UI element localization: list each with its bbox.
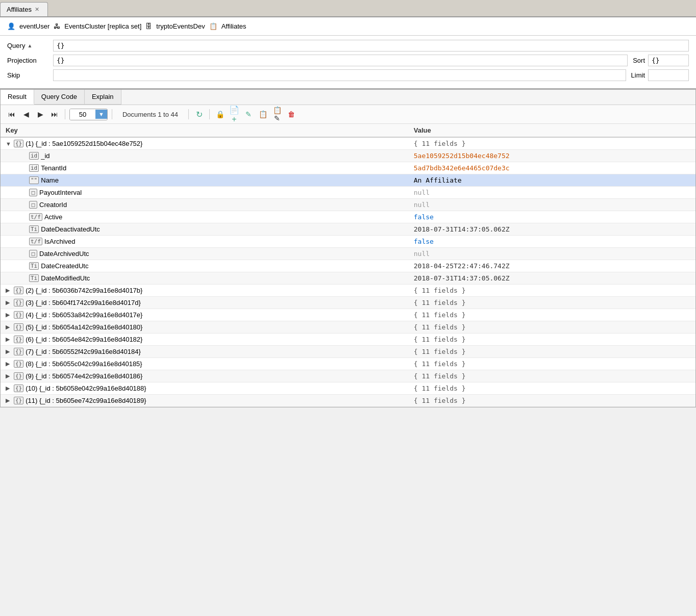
page-size-select[interactable]: ▼ <box>69 109 108 120</box>
value-cell: { 11 fields } <box>409 358 695 370</box>
field-type-icon: id <box>29 164 39 172</box>
key-text: (5) {_id : 5b6054a142c99a16e8d40180} <box>26 323 142 331</box>
affiliates-tab[interactable]: Affiliates ✕ <box>0 2 48 16</box>
next-page-button[interactable]: ▶ <box>34 108 46 120</box>
table-row[interactable]: ▶{}(5) {_id : 5b6054a142c99a16e8d40180}{… <box>1 321 695 333</box>
expand-icon[interactable]: ▶ <box>6 385 12 392</box>
projection-input[interactable] <box>53 55 628 66</box>
key-text: (10) {_id : 5b6058e042c99a16e8d40188} <box>26 384 146 392</box>
expand-icon[interactable]: ▶ <box>6 336 12 343</box>
table-row[interactable]: ""NameAn Affiliate <box>1 174 695 187</box>
key-text: (8) {_id : 5b6055c042c99a16e8d40185} <box>26 360 142 368</box>
value-cell: 2018-04-25T22:47:46.742Z <box>409 260 695 272</box>
copy-document-button[interactable]: 📋 <box>257 108 269 120</box>
table-row[interactable]: ▶{}(8) {_id : 5b6055c042c99a16e8d40185}{… <box>1 358 695 370</box>
key-text: DateDeactivatedUtc <box>41 225 100 233</box>
table-row[interactable]: ▶{}(9) {_id : 5b60574e42c99a16e8d40186}{… <box>1 370 695 382</box>
lock-button[interactable]: 🔒 <box>214 108 226 120</box>
field-type-icon: Ti <box>29 262 39 270</box>
sort-label: Sort <box>633 57 645 64</box>
expand-icon[interactable]: ▶ <box>6 287 12 294</box>
table-row[interactable]: □DateArchivedUtcnull <box>1 248 695 260</box>
skip-label: Skip <box>7 71 53 79</box>
field-type-icon: {} <box>14 360 23 368</box>
field-type-icon: {} <box>14 397 23 404</box>
expand-icon[interactable]: ▶ <box>6 361 12 367</box>
query-sort-icon[interactable]: ▲ <box>27 43 32 48</box>
projection-label: Projection <box>7 57 53 64</box>
cluster-icon: 🖧 <box>54 22 60 30</box>
field-type-icon: Ti <box>29 274 39 282</box>
separator-2 <box>112 109 112 119</box>
page-size-input[interactable] <box>70 109 95 120</box>
table-row[interactable]: idTenantId5ad7bdb342e6e4465c07de3c <box>1 162 695 174</box>
expand-icon[interactable]: ▶ <box>6 299 12 306</box>
edit-document-button[interactable]: ✎ <box>242 108 255 120</box>
breadcrumb-cluster[interactable]: EventsCluster [replica set] <box>64 22 141 30</box>
tab-result[interactable]: Result <box>1 90 34 105</box>
data-table: Key Value ▼{}(1) {_id : 5ae1059252d15b04… <box>1 124 695 407</box>
table-row[interactable]: ▶{}(2) {_id : 5b6036b742c99a16e8d4017b}{… <box>1 285 695 297</box>
key-text: (1) {_id : 5ae1059252d15b04ec48e752} <box>26 140 142 147</box>
page-size-dropdown[interactable]: ▼ <box>95 110 107 119</box>
expand-icon[interactable]: ▶ <box>6 373 12 379</box>
table-row[interactable]: ▶{}(3) {_id : 5b604f1742c99a16e8d4017d}{… <box>1 297 695 309</box>
expand-icon[interactable]: ▼ <box>6 141 12 147</box>
table-row[interactable]: ▼{}(1) {_id : 5ae1059252d15b04ec48e752}{… <box>1 137 695 150</box>
expand-icon[interactable]: ▶ <box>6 312 12 318</box>
table-row[interactable]: id_id5ae1059252d15b04ec48e752 <box>1 150 695 162</box>
tab-query-code[interactable]: Query Code <box>34 90 85 105</box>
sort-input[interactable] <box>648 55 689 66</box>
expand-icon[interactable]: ▶ <box>6 348 12 355</box>
table-row[interactable]: ▶{}(10) {_id : 5b6058e042c99a16e8d40188}… <box>1 382 695 395</box>
table-row[interactable]: t/fIsArchivedfalse <box>1 236 695 248</box>
table-row[interactable]: t/fActivefalse <box>1 211 695 223</box>
field-type-icon: {} <box>14 140 23 147</box>
skip-row: Skip Limit <box>7 69 689 81</box>
table-row[interactable]: TiDateDeactivatedUtc2018-07-31T14:37:05.… <box>1 223 695 236</box>
refresh-button[interactable]: ↻ <box>193 108 205 120</box>
paste-document-button[interactable]: 📋✎ <box>271 108 283 120</box>
delete-document-button[interactable]: 🗑 <box>285 108 297 120</box>
field-type-icon: {} <box>14 299 23 306</box>
separator-4 <box>209 109 210 119</box>
breadcrumb-collection[interactable]: Affiliates <box>221 22 246 30</box>
value-cell: { 11 fields } <box>409 370 695 382</box>
value-cell: { 11 fields } <box>409 285 695 297</box>
db-icon: 🗄 <box>145 22 152 30</box>
field-type-icon: {} <box>14 384 23 392</box>
field-type-icon: {} <box>14 348 23 355</box>
value-cell: false <box>409 236 695 248</box>
field-type-icon: □ <box>29 201 37 209</box>
table-row[interactable]: TiDateModifiedUtc2018-07-31T14:37:05.062… <box>1 272 695 285</box>
sort-group: Sort <box>633 55 689 66</box>
table-row[interactable]: ▶{}(11) {_id : 5b605ee742c99a16e8d40189}… <box>1 395 695 407</box>
value-cell: 2018-07-31T14:37:05.062Z <box>409 272 695 285</box>
prev-page-button[interactable]: ◀ <box>20 108 32 120</box>
limit-input[interactable] <box>648 69 689 81</box>
table-row[interactable]: ▶{}(6) {_id : 5b6054e842c99a16e8d40182}{… <box>1 333 695 346</box>
field-type-icon: {} <box>14 336 23 343</box>
query-input[interactable] <box>53 40 689 52</box>
add-document-button[interactable]: 📄+ <box>228 108 240 120</box>
first-page-button[interactable]: ⏮ <box>6 108 18 120</box>
separator-1 <box>65 109 65 119</box>
coll-icon: 📋 <box>209 22 217 30</box>
separator-3 <box>188 109 189 119</box>
table-row[interactable]: □CreatorIdnull <box>1 199 695 211</box>
table-row[interactable]: TiDateCreatedUtc2018-04-25T22:47:46.742Z <box>1 260 695 272</box>
table-row[interactable]: □PayoutIntervalnull <box>1 187 695 199</box>
skip-input[interactable] <box>53 69 626 81</box>
expand-icon[interactable]: ▶ <box>6 324 12 330</box>
table-row[interactable]: ▶{}(4) {_id : 5b6053a842c99a16e8d4017e}{… <box>1 309 695 321</box>
key-text: (11) {_id : 5b605ee742c99a16e8d40189} <box>26 397 146 404</box>
breadcrumb-user[interactable]: eventUser <box>19 22 49 30</box>
last-page-button[interactable]: ⏭ <box>48 108 61 120</box>
field-type-icon: id <box>29 152 39 160</box>
table-row[interactable]: ▶{}(7) {_id : 5b60552f42c99a16e8d40184}{… <box>1 346 695 358</box>
breadcrumb-db[interactable]: tryptoEventsDev <box>156 22 205 30</box>
doc-count: Documents 1 to 44 <box>122 111 178 118</box>
tab-explain[interactable]: Explain <box>85 90 121 105</box>
close-icon[interactable]: ✕ <box>35 6 39 13</box>
expand-icon[interactable]: ▶ <box>6 397 12 404</box>
